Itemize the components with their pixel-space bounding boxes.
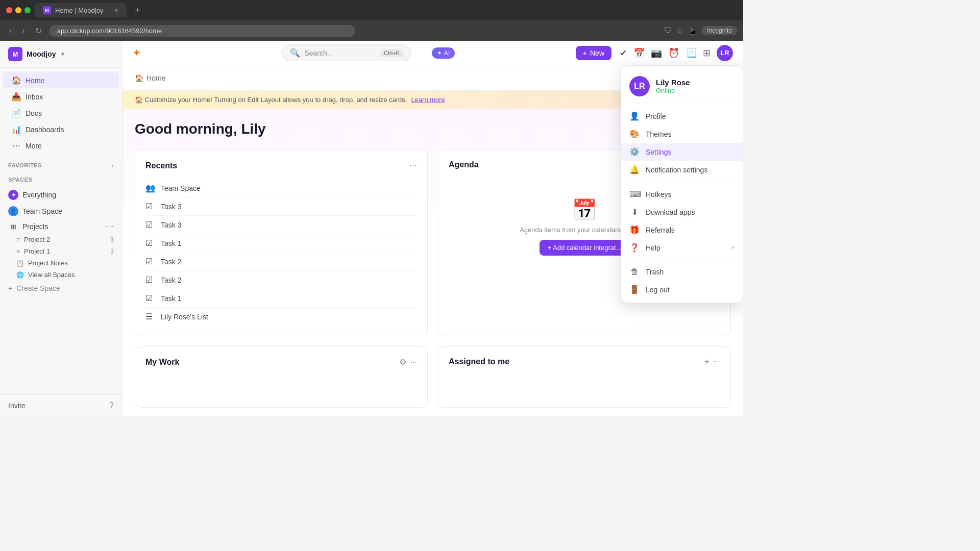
dropdown-avatar: LR [629, 76, 650, 96]
referrals-icon: 🎁 [629, 225, 640, 235]
recent-label-2: Task 3 [161, 221, 181, 229]
browser-tab[interactable]: M Home | Moodjoy × [35, 3, 127, 17]
workspace-name: Moodjoy [27, 50, 56, 58]
document-icon[interactable]: 📃 [685, 47, 697, 59]
projects-actions: ··· + [103, 223, 114, 230]
dropdown-item-settings[interactable]: ⚙️ Settings [621, 143, 743, 161]
dropdown-settings-label: Settings [646, 148, 672, 156]
new-tab-button[interactable]: + [131, 5, 144, 16]
recent-label-0: Team Space [161, 184, 201, 192]
settings-icon: ⚙️ [629, 147, 640, 157]
dropdown-profile-label: Profile [646, 112, 666, 120]
invite-button[interactable]: Invite [8, 402, 105, 410]
forward-button[interactable]: › [19, 24, 28, 37]
team-space-add-icon[interactable]: + [110, 208, 114, 215]
learn-more-link[interactable]: Learn more [411, 96, 445, 104]
sidebar-item-project2[interactable]: ≡ Project 2 3 [0, 234, 122, 245]
sidebar-item-project-notes[interactable]: 📋 Project Notes [0, 257, 122, 269]
breadcrumb: 🏠 Home [135, 74, 165, 82]
recent-item-5[interactable]: ☑ Task 2 [145, 271, 417, 289]
tab-close-icon[interactable]: × [114, 6, 118, 14]
create-space-label: Create Space [16, 284, 60, 292]
dropdown-item-hotkeys[interactable]: ⌨ Hotkeys [621, 185, 743, 203]
grid-icon[interactable]: ⊞ [703, 47, 710, 59]
shield-icon: 🛡 [664, 26, 672, 35]
calendar-topbar-icon[interactable]: 📅 [633, 47, 645, 59]
recent-item-1[interactable]: ☑ Task 3 [145, 197, 417, 216]
favorites-label: Favorites [8, 162, 42, 168]
recent-item-2[interactable]: ☑ Task 3 [145, 216, 417, 234]
team-space-dot: 👤 [8, 206, 18, 216]
project-notes-icon: 📋 [16, 260, 24, 267]
recent-item-3[interactable]: ☑ Task 1 [145, 234, 417, 253]
assigned-add-icon[interactable]: + [704, 357, 709, 366]
recent-item-0[interactable]: 👥 Team Space [145, 179, 417, 197]
workspace-header[interactable]: M Moodjoy ▾ [0, 41, 122, 68]
assigned-title: Assigned to me [449, 357, 509, 366]
sidebar-create-space[interactable]: + Create Space [0, 281, 122, 295]
project2-count: 3 [110, 236, 114, 243]
dropdown-item-logout[interactable]: 🚪 Log out [621, 281, 743, 298]
address-bar[interactable]: app.clickup.com/9016164592/home [49, 25, 355, 37]
projects-label: Projects [22, 222, 99, 231]
recent-item-6[interactable]: ☑ Task 1 [145, 289, 417, 308]
sidebar-item-dashboards[interactable]: 📊 Dashboards [3, 121, 119, 137]
dropdown-download-label: Download apps [646, 208, 695, 216]
dropdown-divider-2 [621, 260, 743, 260]
dropdown-item-help[interactable]: ❓ Help ↗ [621, 239, 743, 257]
assigned-more-icon[interactable]: ··· [714, 357, 720, 366]
sidebar-item-docs[interactable]: 📄 Docs [3, 105, 119, 121]
sidebar-item-project1[interactable]: ≡ Project 1 3 [0, 245, 122, 257]
refresh-button[interactable]: ↻ [32, 24, 45, 38]
plus-icon: + [583, 49, 587, 57]
my-work-settings-icon[interactable]: ⚙ [399, 357, 406, 367]
everything-label: Everything [22, 191, 114, 199]
sidebar-item-view-all-spaces[interactable]: 🌐 View all Spaces [0, 269, 122, 281]
team-space-more-icon[interactable]: ··· [103, 208, 108, 215]
help-icon[interactable]: ? [109, 401, 114, 410]
more-icon: ⋯ [11, 141, 21, 151]
back-button[interactable]: ‹ [6, 24, 15, 37]
window-controls [6, 7, 31, 13]
browser-toolbar: ‹ › ↻ app.clickup.com/9016164592/home 🛡 … [0, 20, 743, 41]
alarm-icon[interactable]: ⏰ [668, 47, 679, 59]
check-icon[interactable]: ✔ [620, 47, 627, 59]
ai-button[interactable]: ✦ AI [432, 47, 455, 59]
recent-item-7[interactable]: ☰ Lily Rose's List [145, 308, 417, 325]
camera-icon[interactable]: 📷 [651, 47, 662, 59]
device-icon[interactable]: 📱 [688, 26, 698, 36]
bookmark-icon[interactable]: ☆ [676, 26, 683, 36]
recents-more-button[interactable]: ··· [409, 160, 417, 171]
projects-add-icon[interactable]: + [110, 223, 114, 230]
add-calendar-button[interactable]: + Add calendar integrat... [540, 240, 630, 256]
sidebar-item-dashboards-label: Dashboards [26, 126, 64, 134]
breadcrumb-home-icon: 🏠 [135, 74, 143, 82]
sidebar-item-more[interactable]: ⋯ More [3, 138, 119, 154]
dropdown-item-profile[interactable]: 👤 Profile [621, 107, 743, 125]
recent-icon-6: ☑ [145, 293, 156, 303]
user-avatar-button[interactable]: LR [717, 45, 733, 61]
team-space-label: Team Space [22, 207, 99, 215]
dropdown-user-section: LR Lily Rose Online [621, 70, 743, 103]
projects-more-icon[interactable]: ··· [103, 223, 108, 230]
sidebar-item-everything[interactable]: ✦ Everything [0, 187, 122, 203]
dropdown-notifications-label: Notification settings [646, 166, 707, 174]
new-button[interactable]: + New [576, 46, 611, 60]
recent-label-6: Task 1 [161, 294, 181, 303]
sidebar-item-projects[interactable]: ⊞ Projects ··· + [0, 220, 122, 233]
recent-item-4[interactable]: ☑ Task 2 [145, 253, 417, 271]
sidebar-item-home[interactable]: 🏠 Home [3, 72, 119, 88]
search-box[interactable]: 🔍 Search... Ctrl+K [281, 44, 411, 61]
sidebar-item-team-space[interactable]: 👤 Team Space ··· + [0, 204, 122, 219]
dropdown-logout-label: Log out [646, 286, 670, 294]
help-menu-icon: ❓ [629, 243, 640, 253]
dropdown-item-referrals[interactable]: 🎁 Referrals [621, 221, 743, 239]
sidebar-item-inbox[interactable]: 📥 Inbox [3, 89, 119, 105]
dropdown-item-notifications[interactable]: 🔔 Notification settings [621, 161, 743, 179]
my-work-more-icon[interactable]: ··· [410, 358, 417, 367]
dropdown-item-trash[interactable]: 🗑 Trash [621, 263, 743, 281]
dropdown-item-themes[interactable]: 🎨 Themes [621, 125, 743, 143]
dropdown-item-download[interactable]: ⬇ Download apps [621, 203, 743, 221]
projects-icon: ⊞ [8, 223, 18, 231]
logout-icon: 🚪 [629, 285, 640, 294]
